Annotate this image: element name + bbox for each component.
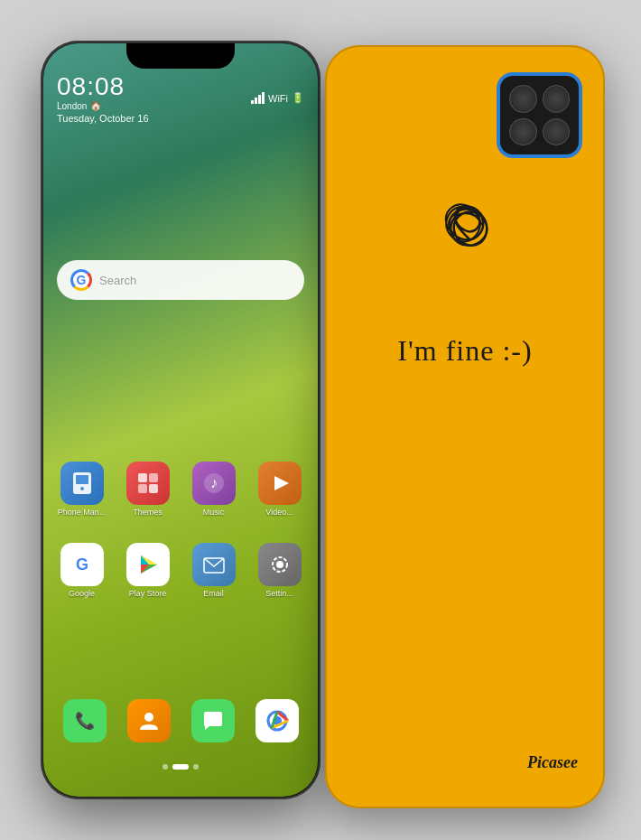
svg-point-19 <box>144 713 153 722</box>
app-icon-playstore[interactable]: Play Store <box>118 543 177 598</box>
case-inner: I'm fine :-) Picasee <box>325 45 605 808</box>
status-bar: 08:08 London 🏠 Tuesday, October 16 <box>57 72 304 124</box>
google-logo: G <box>70 269 92 291</box>
music-icon: ♪ <box>192 462 236 505</box>
left-phone: 08:08 London 🏠 Tuesday, October 16 <box>41 41 320 799</box>
themes-label: Themes <box>133 508 163 517</box>
phone-icon: 📞 <box>63 699 107 742</box>
date-display: Tuesday, October 16 <box>57 113 149 124</box>
app-icon-video[interactable]: Video... <box>250 462 309 517</box>
email-label: Email <box>203 589 224 598</box>
messages-icon <box>191 699 235 742</box>
dock-chrome[interactable] <box>255 699 299 742</box>
phone-screen: 08:08 London 🏠 Tuesday, October 16 <box>43 43 318 797</box>
dock-phone[interactable]: 📞 <box>63 699 107 742</box>
svg-point-2 <box>80 487 84 490</box>
camera-lens-2 <box>543 85 571 113</box>
search-text: Search <box>99 274 136 287</box>
playstore-icon <box>126 543 170 586</box>
app-icon-email[interactable]: Email <box>184 543 243 598</box>
scene: 08:08 London 🏠 Tuesday, October 16 <box>0 0 641 840</box>
chrome-icon <box>255 699 299 742</box>
dock-contacts[interactable] <box>127 699 171 742</box>
im-fine-text: I'm fine :-) <box>343 334 587 368</box>
playstore-label: Play Store <box>129 589 167 598</box>
google-icon: G <box>60 543 104 586</box>
scribble-doodle <box>411 190 519 280</box>
phoneman-icon <box>60 462 104 505</box>
app-icon-phoneman[interactable]: Phone Man... <box>52 462 111 517</box>
email-icon <box>192 543 236 586</box>
app-icon-music[interactable]: ♪ Music <box>184 462 243 517</box>
video-label: Video... <box>265 508 293 517</box>
search-bar[interactable]: G Search <box>57 260 304 300</box>
right-phone-case: I'm fine :-) Picasee <box>325 45 605 808</box>
signal-bars <box>251 92 265 104</box>
svg-rect-4 <box>149 473 158 482</box>
svg-rect-1 <box>76 475 88 484</box>
themes-icon <box>126 462 170 505</box>
app-grid: Phone Man... Themes ♪ Music <box>52 462 309 517</box>
google-label: Google <box>69 589 95 598</box>
phones-container: 08:08 London 🏠 Tuesday, October 16 <box>23 23 618 817</box>
app-grid-2: G Google <box>52 543 309 598</box>
video-icon <box>258 462 302 505</box>
settings-label: Settin... <box>265 589 293 598</box>
svg-rect-6 <box>149 484 158 493</box>
svg-point-16 <box>276 561 283 568</box>
svg-rect-3 <box>138 473 147 482</box>
svg-text:G: G <box>75 555 88 574</box>
app-icon-settings[interactable]: Settin... <box>250 543 309 598</box>
camera-module <box>497 72 582 158</box>
camera-lens-1 <box>509 85 537 113</box>
notch <box>126 43 235 69</box>
time-display: 08:08 <box>57 72 149 101</box>
settings-icon <box>258 543 302 586</box>
svg-rect-5 <box>138 484 147 493</box>
case-text-area: I'm fine :-) <box>343 334 587 368</box>
music-label: Music <box>203 508 225 517</box>
svg-marker-9 <box>274 476 289 490</box>
app-icon-google[interactable]: G Google <box>52 543 111 598</box>
dock-messages[interactable] <box>191 699 235 742</box>
app-icon-themes[interactable]: Themes <box>118 462 177 517</box>
picasee-logo: Picasee <box>527 753 578 772</box>
phoneman-label: Phone Man... <box>58 508 107 517</box>
city-label: London <box>57 101 87 111</box>
camera-lens-4 <box>543 118 571 146</box>
svg-text:♪: ♪ <box>210 475 218 490</box>
home-indicator <box>163 764 199 770</box>
bottom-dock: 📞 <box>52 699 309 742</box>
contacts-icon <box>127 699 171 742</box>
camera-lens-3 <box>509 118 537 146</box>
status-icons: WiFi 🔋 <box>251 92 304 104</box>
svg-text:📞: 📞 <box>75 711 96 731</box>
